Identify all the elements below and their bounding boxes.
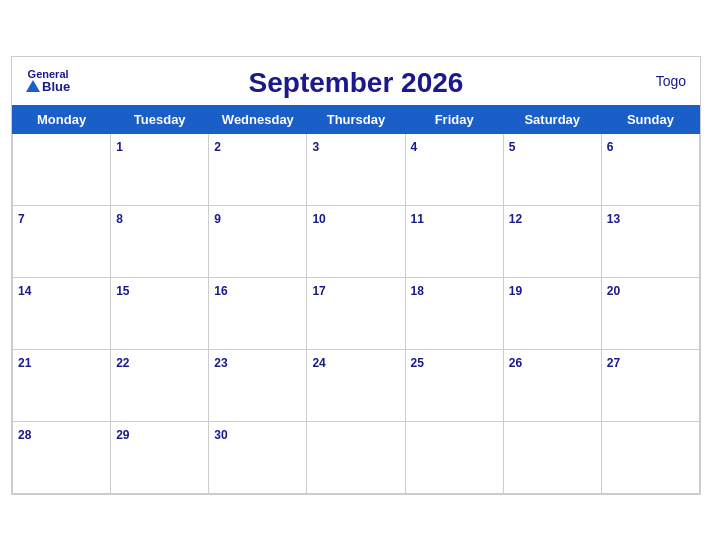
calendar-cell: 27	[601, 349, 699, 421]
day-number: 24	[312, 356, 325, 370]
day-number: 3	[312, 140, 319, 154]
calendar-cell	[307, 421, 405, 493]
header-wednesday: Wednesday	[209, 105, 307, 133]
header-thursday: Thursday	[307, 105, 405, 133]
day-number: 18	[411, 284, 424, 298]
day-number: 17	[312, 284, 325, 298]
header-sunday: Sunday	[601, 105, 699, 133]
day-number: 9	[214, 212, 221, 226]
day-number: 7	[18, 212, 25, 226]
logo-triangle-icon	[26, 80, 40, 92]
day-number: 30	[214, 428, 227, 442]
calendar-cell: 4	[405, 133, 503, 205]
calendar-cell: 5	[503, 133, 601, 205]
calendar-cell: 15	[111, 277, 209, 349]
calendar-cell: 8	[111, 205, 209, 277]
logo-blue-text: Blue	[26, 80, 70, 93]
day-number: 8	[116, 212, 123, 226]
day-number: 28	[18, 428, 31, 442]
header-tuesday: Tuesday	[111, 105, 209, 133]
country-label: Togo	[656, 73, 686, 89]
day-number: 11	[411, 212, 424, 226]
calendar-cell: 28	[13, 421, 111, 493]
header-saturday: Saturday	[503, 105, 601, 133]
calendar-title: September 2026	[249, 67, 464, 99]
day-number: 22	[116, 356, 129, 370]
calendar-cell: 17	[307, 277, 405, 349]
day-number: 2	[214, 140, 221, 154]
day-number: 26	[509, 356, 522, 370]
calendar-cell: 22	[111, 349, 209, 421]
day-number: 23	[214, 356, 227, 370]
calendar-container: General Blue September 2026 Togo Monday …	[11, 56, 701, 495]
calendar-header: General Blue September 2026 Togo	[12, 57, 700, 105]
calendar-week-row: 21222324252627	[13, 349, 700, 421]
calendar-cell	[405, 421, 503, 493]
day-number: 27	[607, 356, 620, 370]
calendar-cell	[503, 421, 601, 493]
day-number: 16	[214, 284, 227, 298]
calendar-cell	[13, 133, 111, 205]
calendar-cell: 30	[209, 421, 307, 493]
calendar-cell: 25	[405, 349, 503, 421]
day-number: 21	[18, 356, 31, 370]
day-number: 25	[411, 356, 424, 370]
header-monday: Monday	[13, 105, 111, 133]
day-number: 19	[509, 284, 522, 298]
calendar-week-row: 14151617181920	[13, 277, 700, 349]
calendar-cell: 26	[503, 349, 601, 421]
calendar-cell: 9	[209, 205, 307, 277]
calendar-cell: 21	[13, 349, 111, 421]
day-headers-row: Monday Tuesday Wednesday Thursday Friday…	[13, 105, 700, 133]
calendar-cell: 3	[307, 133, 405, 205]
calendar-cell: 20	[601, 277, 699, 349]
calendar-cell: 19	[503, 277, 601, 349]
calendar-cell: 16	[209, 277, 307, 349]
calendar-week-row: 78910111213	[13, 205, 700, 277]
calendar-cell: 1	[111, 133, 209, 205]
logo-area: General Blue	[26, 69, 70, 93]
day-number: 6	[607, 140, 614, 154]
day-number: 10	[312, 212, 325, 226]
day-number: 12	[509, 212, 522, 226]
calendar-cell	[601, 421, 699, 493]
calendar-cell: 29	[111, 421, 209, 493]
header-friday: Friday	[405, 105, 503, 133]
calendar-cell: 10	[307, 205, 405, 277]
calendar-body: 1234567891011121314151617181920212223242…	[13, 133, 700, 493]
day-number: 5	[509, 140, 516, 154]
calendar-cell: 7	[13, 205, 111, 277]
calendar-week-row: 282930	[13, 421, 700, 493]
calendar-cell: 11	[405, 205, 503, 277]
day-number: 13	[607, 212, 620, 226]
day-number: 14	[18, 284, 31, 298]
day-number: 15	[116, 284, 129, 298]
day-number: 20	[607, 284, 620, 298]
calendar-cell: 12	[503, 205, 601, 277]
day-number: 29	[116, 428, 129, 442]
calendar-cell: 18	[405, 277, 503, 349]
calendar-cell: 24	[307, 349, 405, 421]
calendar-cell: 23	[209, 349, 307, 421]
calendar-cell: 6	[601, 133, 699, 205]
day-number: 4	[411, 140, 418, 154]
calendar-grid: Monday Tuesday Wednesday Thursday Friday…	[12, 105, 700, 494]
calendar-week-row: 123456	[13, 133, 700, 205]
calendar-cell: 13	[601, 205, 699, 277]
calendar-cell: 2	[209, 133, 307, 205]
calendar-cell: 14	[13, 277, 111, 349]
day-number: 1	[116, 140, 123, 154]
